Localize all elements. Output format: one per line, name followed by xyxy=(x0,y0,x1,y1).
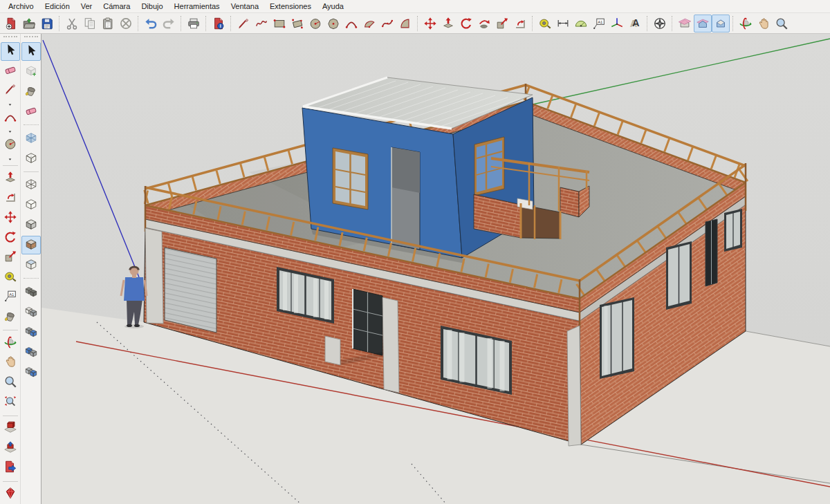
paint-bucket-button[interactable] xyxy=(1,308,20,327)
ruby-icon xyxy=(3,486,17,503)
section-plane-button[interactable] xyxy=(676,15,694,32)
menu-ver[interactable]: Ver xyxy=(75,2,98,10)
select-button[interactable] xyxy=(1,42,20,61)
menu-extensiones[interactable]: Extensiones xyxy=(264,2,317,10)
two-point-arc-tool-button[interactable] xyxy=(360,15,378,32)
arc-button[interactable] xyxy=(1,109,20,128)
move-tool-button[interactable] xyxy=(421,15,439,32)
toolbar-grip[interactable] xyxy=(3,36,17,40)
circle-button[interactable] xyxy=(1,136,20,155)
freehand-tool-button[interactable] xyxy=(252,15,270,32)
make-component-button[interactable] xyxy=(21,62,41,81)
solid-union-button[interactable] xyxy=(21,323,41,342)
orbit-button[interactable] xyxy=(1,334,20,353)
solid-outer-shell-button[interactable] xyxy=(21,283,41,301)
arc-tool-button[interactable] xyxy=(342,15,360,32)
copy-button[interactable] xyxy=(81,15,99,32)
dimension-tool-button[interactable] xyxy=(554,15,572,32)
style-back-edges-button[interactable] xyxy=(21,149,41,168)
tape-measure-tool-button[interactable] xyxy=(536,15,554,32)
print-button[interactable] xyxy=(185,15,203,32)
compass-icon xyxy=(653,17,667,30)
rotate-button[interactable] xyxy=(1,229,20,248)
menu-ayuda[interactable]: Ayuda xyxy=(317,2,349,10)
3d-text-tool-button[interactable]: AA xyxy=(626,15,644,32)
scale-button[interactable] xyxy=(1,249,20,268)
line-tool-button[interactable] xyxy=(234,15,252,32)
cut-button[interactable] xyxy=(63,15,81,32)
get-models-button[interactable] xyxy=(1,420,20,438)
pie-tool-button[interactable] xyxy=(396,15,414,32)
pan-button[interactable] xyxy=(1,354,20,373)
box-wireframe-icon xyxy=(24,177,38,194)
undo-button[interactable] xyxy=(142,15,160,32)
line-button[interactable] xyxy=(1,82,20,100)
menu-edicin[interactable]: Edición xyxy=(39,2,75,10)
style-shaded-button[interactable] xyxy=(21,216,41,234)
share-model-button[interactable] xyxy=(1,439,20,458)
text-tool-button[interactable]: A1 xyxy=(590,15,608,32)
pan-tool-button[interactable] xyxy=(755,15,773,32)
rotate-tool-button[interactable] xyxy=(457,15,475,32)
arc-flyout-caret[interactable] xyxy=(1,128,20,136)
svg-text:A1: A1 xyxy=(598,19,602,24)
scale-tool-button[interactable] xyxy=(493,15,511,32)
ruby-extension-button[interactable] xyxy=(1,485,20,504)
style-monochrome-button[interactable] xyxy=(21,256,41,274)
menu-herramientas[interactable]: Herramientas xyxy=(169,2,225,10)
model-info-button[interactable]: i xyxy=(210,15,228,32)
zoom-extents-button[interactable] xyxy=(1,393,20,412)
rectangle-tool-button[interactable] xyxy=(270,15,288,32)
menu-ventana[interactable]: Ventana xyxy=(225,2,264,10)
menu-dibujo[interactable]: Dibujo xyxy=(136,2,168,10)
tape-measure-button[interactable] xyxy=(1,269,20,288)
orbit-tool-button[interactable] xyxy=(737,15,755,32)
eraser-button[interactable] xyxy=(1,62,20,81)
solid-trim-button[interactable] xyxy=(21,363,41,382)
protractor-tool-button[interactable] xyxy=(572,15,590,32)
text-button[interactable]: A1 xyxy=(1,288,20,307)
paste-button[interactable] xyxy=(99,15,117,32)
push-pull-icon xyxy=(441,17,455,30)
redo-button[interactable] xyxy=(160,15,178,32)
export-model-button[interactable] xyxy=(1,459,20,478)
push-pull-tool-button[interactable] xyxy=(439,15,457,32)
polygon-tool-button[interactable] xyxy=(324,15,342,32)
box-hidden-icon xyxy=(24,197,38,214)
display-section-planes-button[interactable] xyxy=(694,15,712,32)
pie2-icon xyxy=(398,17,412,30)
follow-me-tool-button[interactable] xyxy=(475,15,493,32)
offset-tool-button[interactable] xyxy=(511,15,529,32)
eraser-2-button[interactable] xyxy=(21,102,41,121)
circle-tool-button[interactable] xyxy=(306,15,324,32)
save-file-button[interactable] xyxy=(38,15,56,32)
three-point-arc-tool-button[interactable] xyxy=(378,15,396,32)
menu-cmara[interactable]: Cámara xyxy=(98,2,136,10)
axes-tool-button[interactable] xyxy=(608,15,626,32)
toolbar-grip[interactable] xyxy=(24,36,38,40)
solid-subtract-button[interactable] xyxy=(21,343,41,362)
circle-flyout-caret[interactable] xyxy=(1,156,20,163)
move-button[interactable] xyxy=(1,209,20,228)
position-camera-button[interactable] xyxy=(651,15,669,32)
push-pull-button[interactable] xyxy=(1,169,20,188)
select-2-button[interactable] xyxy=(21,42,41,61)
new-file-button[interactable] xyxy=(2,15,20,32)
scale-icon xyxy=(3,250,17,266)
menu-archivo[interactable]: Archivo xyxy=(3,2,39,10)
style-shaded-textures-button[interactable] xyxy=(21,236,41,254)
open-file-button[interactable] xyxy=(20,15,38,32)
rotated-rectangle-tool-button[interactable] xyxy=(288,15,306,32)
zoom-button[interactable] xyxy=(1,374,20,393)
style-wireframe-button[interactable] xyxy=(21,176,41,194)
line-flyout-caret[interactable] xyxy=(1,101,20,109)
style-xray-button[interactable] xyxy=(21,129,41,148)
delete-button[interactable] xyxy=(117,15,135,32)
offset-button[interactable] xyxy=(1,189,20,208)
3d-viewport[interactable] xyxy=(42,34,830,504)
paint-bucket-2-button[interactable] xyxy=(21,82,41,101)
zoom-tool-button[interactable] xyxy=(773,15,791,32)
solid-intersect-button[interactable] xyxy=(21,303,41,321)
style-hidden-line-button[interactable] xyxy=(21,196,41,214)
display-section-cuts-button[interactable] xyxy=(712,15,730,32)
